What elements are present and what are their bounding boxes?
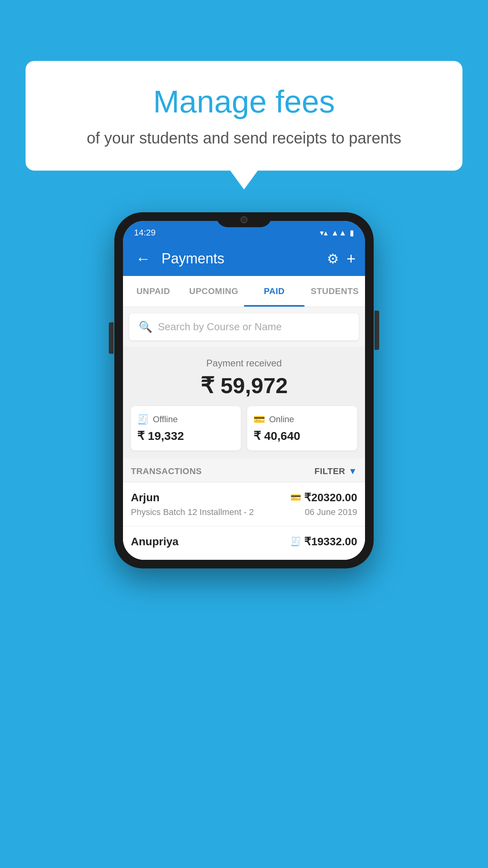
phone-screen: 14:29 ▾▴ ▲▲ ▮ ← Payments ⚙ + (123, 221, 365, 560)
transaction-amount: ₹20320.00 (304, 491, 357, 504)
speech-bubble-container: Manage fees of your students and send re… (26, 61, 462, 171)
phone-mockup: 14:29 ▾▴ ▲▲ ▮ ← Payments ⚙ + (114, 212, 374, 568)
cash-icon: 🧾 (290, 537, 301, 547)
app-bar-actions: ⚙ + (327, 250, 356, 268)
online-amount: ₹ 40,640 (253, 429, 351, 443)
tab-unpaid[interactable]: UNPAID (123, 276, 183, 307)
transaction-date: 06 June 2019 (305, 507, 357, 517)
offline-icon: 🧾 (137, 414, 149, 425)
notch-camera (240, 216, 248, 223)
transaction-name: Arjun (131, 491, 160, 504)
transaction-amount-wrap: 💳 ₹20320.00 (290, 491, 357, 504)
offline-label: Offline (153, 414, 178, 425)
wifi-icon: ▾▴ (320, 228, 328, 237)
transactions-header: TRANSACTIONS FILTER ▼ (123, 458, 365, 482)
battery-icon: ▮ (350, 228, 354, 237)
app-bar-title: Payments (161, 250, 319, 267)
transaction-details: Physics Batch 12 Installment - 2 06 June… (131, 507, 357, 517)
signal-icon: ▲▲ (331, 228, 347, 237)
offline-card: 🧾 Offline ₹ 19,332 (131, 406, 241, 451)
filter-button[interactable]: FILTER ▼ (314, 466, 357, 476)
search-placeholder: Search by Course or Name (158, 321, 282, 333)
back-button[interactable]: ← (132, 247, 154, 270)
online-card: 💳 Online ₹ 40,640 (247, 406, 357, 451)
transaction-item-anupriya[interactable]: Anupriya 🧾 ₹19332.00 (123, 526, 365, 560)
add-icon[interactable]: + (347, 250, 356, 268)
online-label: Online (269, 414, 294, 425)
transaction-amount-wrap-2: 🧾 ₹19332.00 (290, 535, 357, 548)
credit-card-icon: 💳 (290, 493, 301, 503)
content-area: 🔍 Search by Course or Name Payment recei… (123, 313, 365, 560)
offline-card-header: 🧾 Offline (137, 414, 235, 425)
filter-label: FILTER (314, 466, 345, 476)
transaction-course: Physics Batch 12 Installment - 2 (131, 507, 254, 517)
settings-icon[interactable]: ⚙ (327, 251, 339, 267)
transaction-item-arjun[interactable]: Arjun 💳 ₹20320.00 Physics Batch 12 Insta… (123, 482, 365, 526)
tab-students[interactable]: STUDENTS (305, 276, 365, 307)
online-icon: 💳 (253, 414, 265, 425)
transaction-amount-2: ₹19332.00 (304, 535, 357, 548)
tabs-bar: UNPAID UPCOMING PAID STUDENTS (123, 276, 365, 307)
online-card-header: 💳 Online (253, 414, 351, 425)
transactions-label: TRANSACTIONS (131, 466, 202, 476)
filter-icon: ▼ (349, 466, 357, 476)
payment-summary: Payment received ₹ 59,972 🧾 Offline ₹ 19… (123, 347, 365, 458)
transaction-name-2: Anupriya (131, 535, 178, 548)
payment-cards: 🧾 Offline ₹ 19,332 💳 Online ₹ 40,640 (131, 406, 357, 451)
offline-amount: ₹ 19,332 (137, 429, 235, 443)
transaction-row-top: Arjun 💳 ₹20320.00 (131, 491, 357, 504)
search-bar[interactable]: 🔍 Search by Course or Name (129, 313, 359, 340)
phone-notch (216, 212, 272, 227)
search-icon: 🔍 (139, 320, 152, 333)
tab-upcoming[interactable]: UPCOMING (183, 276, 244, 307)
status-time: 14:29 (134, 228, 156, 238)
status-icons: ▾▴ ▲▲ ▮ (320, 228, 354, 237)
transaction-row-top-2: Anupriya 🧾 ₹19332.00 (131, 535, 357, 548)
bubble-subtitle: of your students and send receipts to pa… (57, 127, 431, 149)
phone-outer: 14:29 ▾▴ ▲▲ ▮ ← Payments ⚙ + (114, 212, 374, 568)
tab-paid[interactable]: PAID (244, 276, 305, 307)
app-bar: ← Payments ⚙ + (123, 241, 365, 276)
payment-label: Payment received (131, 358, 357, 369)
speech-bubble: Manage fees of your students and send re… (26, 61, 462, 171)
bubble-title: Manage fees (57, 85, 431, 119)
payment-total-amount: ₹ 59,972 (131, 373, 357, 398)
